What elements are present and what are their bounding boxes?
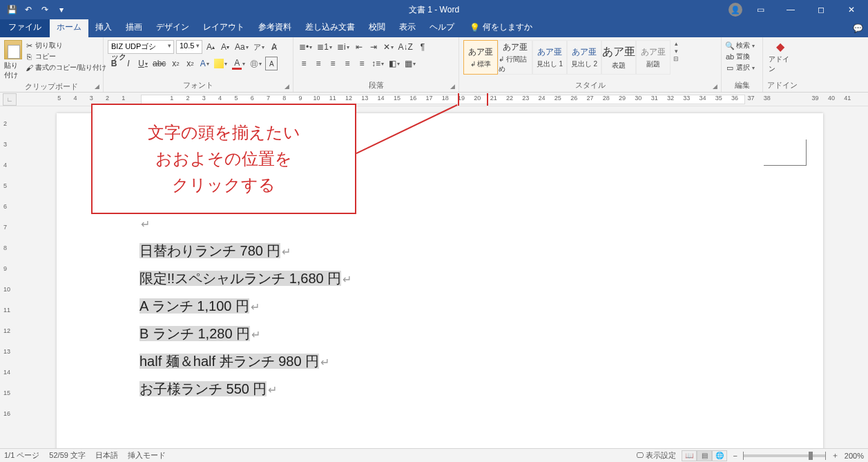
font-dialog-launcher[interactable]: ◢ [284, 83, 291, 90]
zoom-level[interactable]: 200% [845, 452, 864, 460]
strikethrough-button[interactable]: abc [151, 57, 167, 70]
tab-review[interactable]: 校閲 [362, 19, 392, 37]
tab-references[interactable]: 参考資料 [251, 19, 298, 37]
clear-formatting-button[interactable]: A̷ [268, 40, 280, 54]
change-case-button[interactable]: Aa [233, 40, 250, 54]
zoom-out-button[interactable]: − [733, 452, 737, 460]
bullets-button[interactable]: ≣• [298, 40, 314, 54]
asian-layout-button[interactable]: ✕ [382, 40, 395, 54]
print-layout-button[interactable]: ▤ [697, 450, 712, 461]
copy-button[interactable]: ⎘コピー [25, 52, 106, 61]
style-heading1[interactable]: あア亜見出し 1 [532, 40, 567, 75]
tab-design[interactable]: デザイン [149, 19, 196, 37]
status-word-count[interactable]: 52/59 文字 [49, 450, 86, 461]
save-icon[interactable]: 💾 [4, 2, 19, 17]
select-button[interactable]: ▭選択▾ [726, 63, 755, 73]
tab-mailings[interactable]: 差し込み文書 [298, 19, 362, 37]
status-language[interactable]: 日本語 [95, 450, 118, 461]
text-line[interactable]: A ランチ 1,100 円 [139, 298, 249, 314]
display-settings-button[interactable]: 🖵 表示設定 [636, 450, 676, 461]
tell-me-search[interactable]: 💡何をしますか [465, 19, 537, 37]
zoom-thumb[interactable] [809, 452, 813, 460]
grow-font-button[interactable]: A▴ [204, 40, 217, 54]
line-spacing-button[interactable]: ↕≡ [370, 57, 385, 70]
user-avatar-icon[interactable]: 👤 [729, 3, 742, 17]
bold-button[interactable]: B [108, 57, 120, 70]
style-no-spacing[interactable]: あア亜↲ 行間詰め [498, 40, 532, 75]
font-size-combo[interactable]: 10.5 [176, 40, 202, 54]
underline-button[interactable]: U [137, 57, 149, 70]
page-content[interactable]: ↵ 日替わりランチ 780 円↵ 限定!!スペシャルランチ 1,680 円↵ A… [139, 210, 351, 403]
font-name-combo[interactable]: BIZ UDPゴシック [108, 40, 174, 54]
numbering-button[interactable]: ≣1 [316, 40, 334, 54]
status-page[interactable]: 1/1 ページ [4, 450, 39, 461]
italic-button[interactable]: I [122, 57, 135, 70]
addins-button[interactable]: ◆ アドイン [769, 40, 792, 74]
align-left-button[interactable]: ≡ [298, 57, 310, 70]
vertical-ruler[interactable]: 2345678910111213141516 [0, 106, 15, 448]
style-title[interactable]: あア亜表題 [601, 40, 636, 75]
borders-button[interactable]: ▦ [403, 57, 417, 70]
text-line[interactable]: half 麺＆half 丼ランチ 980 円 [139, 354, 319, 369]
distributed-button[interactable]: ≡ [356, 57, 368, 70]
style-heading2[interactable]: あア亜見出し 2 [567, 40, 601, 75]
find-button[interactable]: 🔍検索▾ [726, 41, 755, 50]
show-marks-button[interactable]: ¶ [416, 40, 429, 54]
read-mode-button[interactable]: 📖 [682, 450, 697, 461]
tab-home[interactable]: ホーム [50, 19, 88, 37]
highlight-button[interactable] [213, 57, 229, 70]
text-line[interactable]: B ランチ 1,280 円 [139, 326, 250, 341]
tab-view[interactable]: 表示 [392, 19, 423, 37]
copy-icon: ⎘ [25, 52, 33, 61]
zoom-in-button[interactable]: ＋ [831, 450, 839, 461]
tab-layout[interactable]: レイアウト [196, 19, 251, 37]
enclose-characters-button[interactable]: ㊐ [249, 57, 263, 70]
share-icon[interactable]: 💬 [847, 19, 868, 37]
cut-button[interactable]: ✂切り取り [25, 41, 106, 50]
replace-button[interactable]: ab置換 [726, 52, 755, 61]
web-layout-button[interactable]: 🌐 [712, 450, 727, 461]
tab-draw[interactable]: 描画 [119, 19, 149, 37]
redo-icon[interactable]: ↷ [37, 2, 52, 17]
justify-button[interactable]: ≡ [341, 57, 354, 70]
tab-insert[interactable]: 挿入 [88, 19, 119, 37]
align-right-button[interactable]: ≡ [327, 57, 339, 70]
close-icon[interactable]: ✕ [839, 0, 864, 19]
format-painter-button[interactable]: 🖌書式のコピー/貼り付け [25, 63, 106, 73]
multilevel-list-button[interactable]: ≣i [336, 40, 351, 54]
tab-help[interactable]: ヘルプ [423, 19, 461, 37]
subscript-button[interactable]: x2 [169, 57, 182, 70]
align-center-button[interactable]: ≡ [312, 57, 325, 70]
clipboard-dialog-launcher[interactable]: ◢ [95, 83, 102, 90]
font-color-button[interactable]: A [231, 57, 247, 70]
paste-button[interactable]: 貼り付け [4, 40, 22, 80]
character-border-button[interactable]: A [265, 57, 278, 70]
status-insert-mode[interactable]: 挿入モード [128, 450, 166, 461]
sort-button[interactable]: A↓Z [397, 40, 414, 54]
tab-selector[interactable]: ∟ [3, 93, 17, 106]
increase-indent-button[interactable]: ⇥ [367, 40, 380, 54]
text-line[interactable]: 日替わりランチ 780 円 [139, 243, 280, 258]
style-normal[interactable]: あア亜↲ 標準 [463, 40, 498, 75]
paragraph-dialog-launcher[interactable]: ◢ [450, 83, 457, 90]
tab-file[interactable]: ファイル [0, 19, 50, 37]
group-addins: ◆ アドイン アドイン [763, 37, 798, 92]
styles-dialog-launcher[interactable]: ◢ [713, 83, 720, 90]
shading-button[interactable]: ◧ [387, 57, 401, 70]
text-effects-button[interactable]: A [198, 57, 211, 70]
text-line[interactable]: 限定!!スペシャルランチ 1,680 円 [139, 271, 341, 286]
qat-more-icon[interactable]: ▾ [54, 2, 69, 17]
document-title: 文書 1 - Word [409, 4, 459, 16]
style-subtitle[interactable]: あア亜副題 [636, 40, 671, 75]
shrink-font-button[interactable]: A▾ [219, 40, 231, 54]
undo-icon[interactable]: ↶ [21, 2, 36, 17]
text-line[interactable]: お子様ランチ 550 円 [139, 381, 267, 396]
styles-gallery-more[interactable]: ▴▾⊟ [671, 40, 682, 65]
zoom-slider[interactable] [743, 454, 826, 457]
minimize-icon[interactable]: — [778, 0, 803, 19]
decrease-indent-button[interactable]: ⇤ [353, 40, 365, 54]
phonetic-guide-button[interactable]: ア [252, 40, 266, 54]
maximize-icon[interactable]: ◻ [809, 0, 833, 19]
ribbon-display-options-icon[interactable]: ▭ [748, 0, 773, 19]
superscript-button[interactable]: x2 [184, 57, 196, 70]
